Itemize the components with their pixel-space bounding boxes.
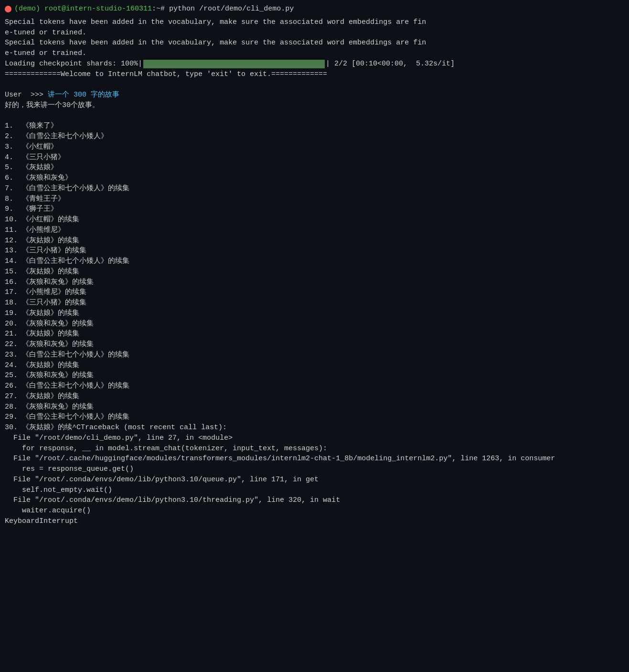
window-close-dot	[5, 6, 11, 12]
terminal-content: Special tokens have been added in the vo…	[0, 17, 629, 527]
list-item-12: 12. 《灰姑娘》的续集	[5, 236, 624, 246]
list-item-3: 3. 《小红帽》	[5, 142, 624, 152]
list-item-11: 11. 《小熊维尼》	[5, 225, 624, 236]
list-item-8: 8. 《青蛙王子》	[5, 194, 624, 205]
traceback-line-2: for response, __ in model.stream_chat(to…	[5, 444, 624, 454]
list-item-9: 9. 《狮子王》	[5, 204, 624, 215]
user-input: 讲一个 300 字的故事	[48, 91, 119, 99]
traceback-line-5: File "/root/.conda/envs/demo/lib/python3…	[5, 475, 624, 485]
list-item-4: 4. 《三只小猪》	[5, 152, 624, 163]
list-item-23: 23. 《白雪公主和七个小矮人》的续集	[5, 350, 624, 360]
list-item-10: 10. 《小红帽》的续集	[5, 215, 624, 225]
separator: :~#	[152, 5, 169, 13]
output-line-2: e-tuned or trained.	[5, 28, 624, 38]
separator-line: =============Welcome to InternLM chatbot…	[5, 69, 624, 80]
user-label: User >>>	[5, 91, 48, 99]
traceback-line-7: File "/root/.conda/envs/demo/lib/python3…	[5, 495, 624, 506]
list-item-17: 17. 《小熊维尼》的续集	[5, 287, 624, 298]
list-item-2: 2. 《白雪公主和七个小矮人》	[5, 131, 624, 142]
list-item-24: 24. 《灰姑娘》的续集	[5, 360, 624, 371]
keyboard-interrupt-line: KeyboardInterrupt	[5, 516, 624, 527]
traceback-line-4: res = response_queue.get()	[5, 464, 624, 475]
list-item-29: 29. 《白雪公主和七个小矮人》的续集	[5, 412, 624, 423]
terminal-title: (demo) root@intern-studio-160311:~# pyth…	[14, 4, 294, 14]
list-item-5: 5. 《灰姑娘》	[5, 163, 624, 173]
list-item-26: 26. 《白雪公主和七个小矮人》的续集	[5, 381, 624, 391]
terminal-window: (demo) root@intern-studio-160311:~# pyth…	[0, 0, 629, 672]
list-item-22: 22. 《灰狼和灰兔》的续集	[5, 339, 624, 350]
traceback-line-3: File "/root/.cache/huggingface/modules/t…	[5, 454, 624, 464]
traceback-line-8: waiter.acquire()	[5, 506, 624, 516]
traceback-line-1: File "/root/demo/cli_demo.py", line 27, …	[5, 433, 624, 444]
list-item-19: 19. 《灰姑娘》的续集	[5, 308, 624, 319]
list-item-18: 18. 《三只小猪》的续集	[5, 298, 624, 308]
list-item-15: 15. 《灰姑娘》的续集	[5, 267, 624, 277]
user-host: root@intern-studio-160311	[44, 5, 152, 13]
output-line-3: Special tokens have been added in the vo…	[5, 38, 624, 48]
output-line-1: Special tokens have been added in the vo…	[5, 17, 624, 28]
command: python /root/demo/cli_demo.py	[169, 5, 294, 13]
list-item-13: 13. 《三只小猪》的续集	[5, 246, 624, 256]
list-item-14: 14. 《白雪公主和七个小矮人》的续集	[5, 256, 624, 267]
progress-bar	[143, 60, 325, 68]
list-item-6: 6. 《灰狼和灰兔》	[5, 173, 624, 184]
progress-line: Loading checkpoint shards: 100%|| 2/2 [0…	[5, 59, 624, 69]
list-item-21: 21. 《灰姑娘》的续集	[5, 329, 624, 339]
progress-stats: | 2/2 [00:10<00:00, 5.32s/it]	[326, 59, 455, 69]
demo-badge: (demo)	[14, 5, 40, 13]
title-bar: (demo) root@intern-studio-160311:~# pyth…	[0, 3, 629, 17]
user-prompt-line: User >>> 讲一个 300 字的故事	[5, 90, 624, 100]
list-item-27: 27. 《灰姑娘》的续集	[5, 391, 624, 402]
list-item-16: 16. 《灰狼和灰兔》的续集	[5, 277, 624, 288]
list-item-25: 25. 《灰狼和灰兔》的续集	[5, 370, 624, 381]
output-line-4: e-tuned or trained.	[5, 48, 624, 59]
response-line: 好的，我来讲一个30个故事。	[5, 100, 624, 111]
list-item-7: 7. 《白雪公主和七个小矮人》的续集	[5, 184, 624, 194]
progress-label: Loading checkpoint shards: 100%|	[5, 59, 142, 69]
list-item-30: 30. 《灰姑娘》的续^CTraceback (most recent call…	[5, 423, 624, 433]
list-item-20: 20. 《灰狼和灰兔》的续集	[5, 319, 624, 329]
traceback-line-6: self.not_empty.wait()	[5, 485, 624, 496]
list-item-1: 1. 《狼来了》	[5, 121, 624, 131]
list-item-28: 28. 《灰狼和灰兔》的续集	[5, 402, 624, 412]
blank-line-1	[5, 79, 624, 90]
blank-line-2	[5, 111, 624, 121]
